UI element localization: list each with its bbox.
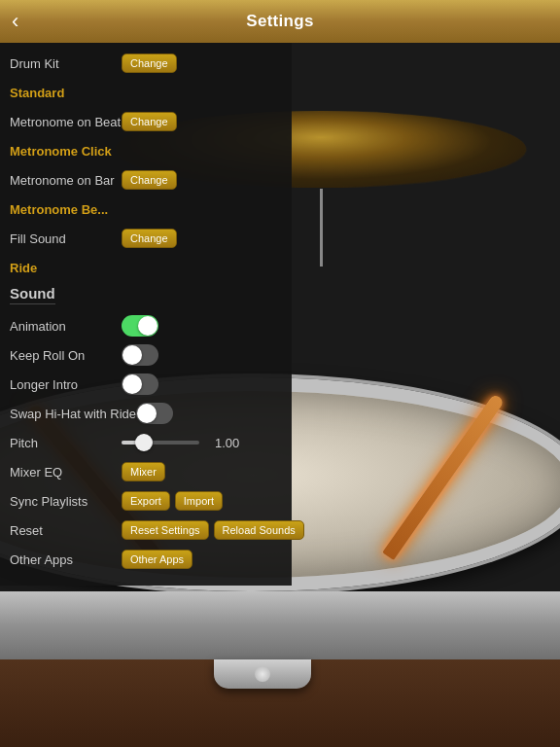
sound-section-row: Sound (10, 284, 282, 309)
swap-hihat-toggle[interactable] (136, 403, 173, 424)
mixer-button[interactable]: Mixer (122, 462, 165, 481)
reload-sounds-button[interactable]: Reload Sounds (214, 520, 304, 540)
import-button[interactable]: Import (175, 491, 223, 511)
animation-label: Animation (10, 319, 122, 334)
other-apps-label: Other Apps (10, 552, 122, 567)
longer-intro-label: Longer Intro (10, 377, 122, 392)
sound-section-label: Sound (10, 285, 55, 304)
swap-hihat-row: Swap Hi-Hat with Ride (10, 401, 282, 426)
pitch-value: 1.00 (215, 436, 239, 450)
metronome-bar-value: Metronome Be... (10, 202, 108, 217)
keep-roll-toggle[interactable] (122, 344, 158, 366)
pitch-slider-container: 1.00 (122, 436, 239, 450)
drum-kit-row: Drum Kit Change (10, 51, 282, 76)
pitch-slider-track[interactable] (122, 441, 199, 445)
other-apps-button[interactable]: Other Apps (122, 550, 192, 569)
other-apps-row: Other Apps Other Apps (10, 547, 282, 572)
metronome-bar-label: Metronome on Bar (10, 173, 122, 188)
drum-kit-value: Standard (10, 86, 64, 100)
snare-body (0, 591, 560, 659)
metronome-bar-row: Metronome on Bar Change (10, 167, 282, 193)
sync-playlists-row: Sync Playlists Export Import (10, 488, 282, 514)
sync-playlists-label: Sync Playlists (10, 494, 122, 509)
nav-bar: ‹ Settings (0, 0, 560, 43)
metronome-beat-label: Metronome on Beat (10, 115, 122, 129)
metronome-beat-row: Metronome on Beat Change (10, 109, 282, 134)
animation-toggle[interactable] (122, 315, 158, 337)
back-button[interactable]: ‹ (12, 9, 18, 34)
swap-hihat-label: Swap Hi-Hat with Ride (10, 407, 136, 421)
metronome-beat-change-button[interactable]: Change (122, 112, 177, 131)
reset-buttons: Reset Settings Reload Sounds (122, 520, 304, 540)
fill-sound-change-button[interactable]: Change (122, 229, 177, 248)
mixer-eq-row: Mixer EQ Mixer (10, 459, 282, 484)
export-button[interactable]: Export (122, 491, 170, 511)
fill-sound-value-row: Ride (10, 255, 282, 280)
fill-sound-row: Fill Sound Change (10, 226, 282, 251)
fill-sound-label: Fill Sound (10, 231, 122, 246)
fill-sound-value: Ride (10, 261, 37, 275)
longer-intro-row: Longer Intro (10, 372, 282, 397)
keep-roll-row: Keep Roll On (10, 342, 282, 368)
pitch-row: Pitch 1.00 (10, 430, 282, 455)
page-title: Settings (246, 12, 313, 31)
metronome-bar-change-button[interactable]: Change (122, 170, 177, 190)
drum-kit-label: Drum Kit (10, 56, 122, 71)
metronome-beat-value: Metronome Click (10, 144, 112, 159)
drum-kit-change-button[interactable]: Change (122, 53, 177, 73)
bottom-bracket (214, 659, 311, 689)
metronome-bar-value-row: Metronome Be... (10, 196, 282, 222)
mixer-eq-label: Mixer EQ (10, 465, 122, 480)
longer-intro-toggle[interactable] (122, 374, 158, 395)
pitch-label: Pitch (10, 436, 122, 450)
sync-buttons: Export Import (122, 491, 223, 511)
drum-kit-value-row: Standard (10, 80, 282, 105)
metronome-beat-value-row: Metronome Click (10, 138, 282, 163)
reset-row: Reset Reset Settings Reload Sounds (10, 517, 282, 543)
reset-label: Reset (10, 523, 122, 538)
animation-row: Animation (10, 313, 282, 338)
settings-panel: Drum Kit Change Standard Metronome on Be… (0, 43, 292, 586)
drum-stick-right (382, 393, 505, 560)
reset-settings-button[interactable]: Reset Settings (122, 520, 209, 540)
keep-roll-label: Keep Roll On (10, 348, 122, 363)
